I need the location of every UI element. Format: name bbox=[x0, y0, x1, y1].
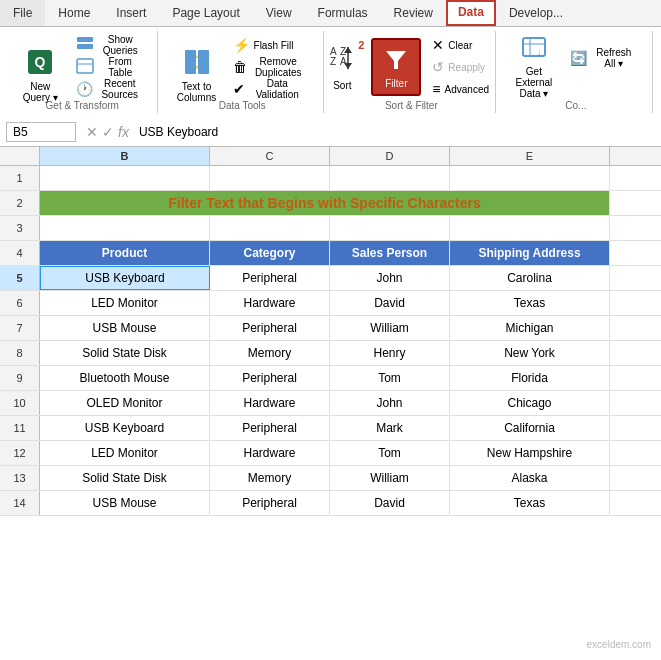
cell-d1[interactable] bbox=[330, 166, 450, 190]
cell-c8[interactable]: Memory bbox=[210, 341, 330, 365]
cell-d6[interactable]: David bbox=[330, 291, 450, 315]
row-num-9: 9 bbox=[0, 366, 40, 390]
cell-b8[interactable]: Solid State Disk bbox=[40, 341, 210, 365]
cell-e5[interactable]: Carolina bbox=[450, 266, 610, 290]
cell-c13[interactable]: Memory bbox=[210, 466, 330, 490]
cell-d12[interactable]: Tom bbox=[330, 441, 450, 465]
cell-e10[interactable]: Chicago bbox=[450, 391, 610, 415]
cell-b6[interactable]: LED Monitor bbox=[40, 291, 210, 315]
text-to-columns-label: Text toColumns bbox=[177, 81, 216, 103]
table-row: 7 USB Mouse Peripheral William Michigan bbox=[0, 316, 661, 341]
col-header-b[interactable]: B bbox=[40, 147, 210, 165]
cell-e12[interactable]: New Hampshire bbox=[450, 441, 610, 465]
refresh-all-button[interactable]: 🔄 Refresh All ▾ bbox=[563, 48, 643, 68]
sort-icon: A Z Z A bbox=[328, 43, 356, 80]
cell-b4-header[interactable]: Product bbox=[40, 241, 210, 265]
new-query-button[interactable]: Q NewQuery ▾ bbox=[15, 46, 65, 104]
tab-view[interactable]: View bbox=[253, 0, 305, 26]
cell-d5[interactable]: John bbox=[330, 266, 450, 290]
from-table-button[interactable]: From Table bbox=[69, 57, 149, 77]
cell-b1[interactable] bbox=[40, 166, 210, 190]
row-num-2: 2 bbox=[0, 191, 40, 215]
recent-sources-button[interactable]: 🕐 Recent Sources bbox=[69, 79, 149, 99]
flash-fill-button[interactable]: ⚡ Flash Fill bbox=[226, 35, 313, 55]
cell-e4-header[interactable]: Shipping Address bbox=[450, 241, 610, 265]
show-queries-icon bbox=[76, 36, 94, 54]
col-header-c[interactable]: C bbox=[210, 147, 330, 165]
cell-c11[interactable]: Peripheral bbox=[210, 416, 330, 440]
cell-c10[interactable]: Hardware bbox=[210, 391, 330, 415]
advanced-button[interactable]: ≡ Advanced bbox=[425, 79, 505, 99]
tab-develop[interactable]: Develop... bbox=[496, 0, 576, 26]
clear-button[interactable]: ✕ Clear bbox=[425, 35, 505, 55]
cell-b11[interactable]: USB Keyboard bbox=[40, 416, 210, 440]
tab-page-layout[interactable]: Page Layout bbox=[159, 0, 252, 26]
tab-file[interactable]: File bbox=[0, 0, 45, 26]
watermark: exceldem.com bbox=[587, 639, 651, 650]
text-to-columns-button[interactable]: Text toColumns bbox=[172, 46, 222, 104]
cell-b3[interactable] bbox=[40, 216, 210, 240]
cell-d13[interactable]: William bbox=[330, 466, 450, 490]
cell-b7[interactable]: USB Mouse bbox=[40, 316, 210, 340]
cell-d4-header[interactable]: Sales Person bbox=[330, 241, 450, 265]
table-row: 12 LED Monitor Hardware Tom New Hampshir… bbox=[0, 441, 661, 466]
sort-button[interactable]: A Z Z A Sort 2 bbox=[317, 38, 367, 96]
cell-e11[interactable]: California bbox=[450, 416, 610, 440]
col-header-e[interactable]: E bbox=[450, 147, 610, 165]
cell-b2-title[interactable]: Filter Text that Begins with Specific Ch… bbox=[40, 191, 610, 215]
tab-data[interactable]: Data bbox=[446, 0, 496, 26]
cell-e6[interactable]: Texas bbox=[450, 291, 610, 315]
cell-e14[interactable]: Texas bbox=[450, 491, 610, 515]
cell-c6[interactable]: Hardware bbox=[210, 291, 330, 315]
cell-c7[interactable]: Peripheral bbox=[210, 316, 330, 340]
table-row: 9 Bluetooth Mouse Peripheral Tom Florida bbox=[0, 366, 661, 391]
cell-e1[interactable] bbox=[450, 166, 610, 190]
cell-d10[interactable]: John bbox=[330, 391, 450, 415]
col-header-d[interactable]: D bbox=[330, 147, 450, 165]
cell-c5[interactable]: Peripheral bbox=[210, 266, 330, 290]
cell-e13[interactable]: Alaska bbox=[450, 466, 610, 490]
reapply-button[interactable]: ↺ Reapply bbox=[425, 57, 505, 77]
tab-home[interactable]: Home bbox=[45, 0, 103, 26]
cell-b10[interactable]: OLED Monitor bbox=[40, 391, 210, 415]
svg-marker-8 bbox=[196, 54, 198, 58]
tab-insert[interactable]: Insert bbox=[103, 0, 159, 26]
group-external-label: Co... bbox=[565, 100, 586, 111]
cell-c1[interactable] bbox=[210, 166, 330, 190]
cell-d3[interactable] bbox=[330, 216, 450, 240]
cell-d7[interactable]: William bbox=[330, 316, 450, 340]
cell-d14[interactable]: David bbox=[330, 491, 450, 515]
cell-d8[interactable]: Henry bbox=[330, 341, 450, 365]
svg-rect-6 bbox=[185, 50, 196, 74]
from-table-label: From Table bbox=[98, 56, 142, 78]
remove-duplicates-button[interactable]: 🗑 Remove Duplicates bbox=[226, 57, 313, 77]
cell-e8[interactable]: New York bbox=[450, 341, 610, 365]
cell-c12[interactable]: Hardware bbox=[210, 441, 330, 465]
get-external-data-button[interactable]: ↓ Get ExternalData ▾ bbox=[509, 37, 560, 95]
data-validation-button[interactable]: ✔ Data Validation bbox=[226, 79, 313, 99]
tab-review[interactable]: Review bbox=[381, 0, 446, 26]
cell-d11[interactable]: Mark bbox=[330, 416, 450, 440]
cell-b14[interactable]: USB Mouse bbox=[40, 491, 210, 515]
show-queries-button[interactable]: Show Queries bbox=[69, 35, 149, 55]
table-row: 2 Filter Text that Begins with Specific … bbox=[0, 191, 661, 216]
cell-c4-header[interactable]: Category bbox=[210, 241, 330, 265]
table-row: 3 bbox=[0, 216, 661, 241]
cell-c14[interactable]: Peripheral bbox=[210, 491, 330, 515]
cell-e9[interactable]: Florida bbox=[450, 366, 610, 390]
cell-b5[interactable]: USB Keyboard bbox=[40, 266, 210, 290]
cell-c9[interactable]: Peripheral bbox=[210, 366, 330, 390]
filter-button[interactable]: Filter bbox=[371, 38, 421, 96]
cell-e7[interactable]: Michigan bbox=[450, 316, 610, 340]
tab-formulas[interactable]: Formulas bbox=[305, 0, 381, 26]
group-external-data: ↓ Get ExternalData ▾ 🔄 Refresh All ▾ Co.… bbox=[500, 31, 653, 113]
cell-c3[interactable] bbox=[210, 216, 330, 240]
table-row: 6 LED Monitor Hardware David Texas bbox=[0, 291, 661, 316]
cell-e3[interactable] bbox=[450, 216, 610, 240]
cell-d9[interactable]: Tom bbox=[330, 366, 450, 390]
cell-b9[interactable]: Bluetooth Mouse bbox=[40, 366, 210, 390]
cell-b12[interactable]: LED Monitor bbox=[40, 441, 210, 465]
cell-b13[interactable]: Solid State Disk bbox=[40, 466, 210, 490]
svg-marker-17 bbox=[386, 51, 406, 69]
row-num-13: 13 bbox=[0, 466, 40, 490]
